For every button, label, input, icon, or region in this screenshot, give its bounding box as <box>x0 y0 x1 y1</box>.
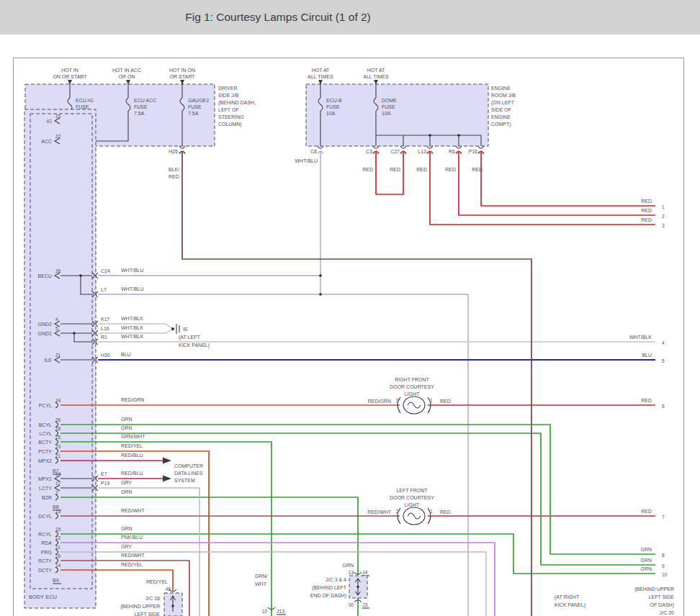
connector-label: L16 <box>101 326 109 331</box>
pin-number: 10 <box>262 609 268 614</box>
fuse-label: ECU-IG <box>76 98 94 103</box>
connector-label: J13 <box>277 609 284 614</box>
ground-location: (AT LEFT <box>179 335 200 340</box>
feed-label: HOT IN <box>61 68 78 73</box>
wire-red <box>376 152 655 516</box>
junction-dot <box>79 274 82 277</box>
pin-number: 5 <box>55 326 58 331</box>
wire-label: RED <box>641 398 652 403</box>
jb-location-label: ENGINE <box>491 114 511 119</box>
wire-label: BLU <box>642 353 652 358</box>
location-label: LEFT SIDE <box>649 594 675 599</box>
pin-name: DCYL <box>38 514 52 519</box>
lamp-filament-icon <box>398 508 431 524</box>
connector-label: C8 <box>310 149 317 154</box>
fuse-label: FUSE <box>76 104 89 109</box>
connector-icon <box>373 151 484 153</box>
jb-location-label: COLUMN) <box>218 122 242 127</box>
pin-name: BZR <box>42 495 52 500</box>
pin-number: 26 <box>55 268 61 273</box>
wire-label: RED/WHT <box>121 508 145 513</box>
fuse-label: 7.5A <box>188 111 199 116</box>
feed-label: ALL TIMES <box>363 74 389 79</box>
ground-dot <box>171 327 174 330</box>
junction-dot <box>428 134 431 137</box>
connector-label: J3 <box>362 602 368 607</box>
wire-label: WHT/BLK <box>121 316 143 321</box>
wire-label: RED <box>641 199 652 204</box>
edge-references: RED 1 RED 2 RED 3 WHT/BLK 4 BLU 5 RED 6 … <box>629 199 668 577</box>
fuse-label: ECU-B <box>326 98 342 103</box>
wire-label: RED <box>440 399 451 404</box>
pin-name: BCTY <box>38 440 52 445</box>
feed-label: HOT IN ACC <box>112 68 141 73</box>
wire-label: GRY <box>121 480 132 485</box>
connector-label: K17 <box>101 317 110 322</box>
wire-label: GRY <box>121 544 132 549</box>
edge-ref-number: 3 <box>662 223 665 228</box>
wires <box>60 152 655 616</box>
feed-label: HOT IN ON <box>169 68 195 73</box>
edge-ref-number: 4 <box>662 340 665 345</box>
wire-label: RED/YEL <box>121 443 143 448</box>
arrow-right-icon <box>163 458 171 482</box>
wire-label: RED <box>641 208 652 213</box>
fuse-label: FUSE <box>188 104 202 109</box>
fuse-label: DOME <box>382 98 397 103</box>
location-label: (BEHIND UPPER <box>634 586 674 592</box>
jb-location-label: LEFT OF <box>218 107 239 112</box>
fuse-label: 7.5A <box>134 111 145 116</box>
junction-jc34: GRN 13 J4 J/C 3 & 4 (BEHIND LEFT END OF … <box>310 563 369 608</box>
wire-label: WHT/BLU <box>121 268 144 273</box>
pin-name: GND2 <box>38 322 53 327</box>
connector-group-label: B9 <box>53 578 59 583</box>
wire-label: WHT <box>255 581 267 586</box>
ground-location: KICK PANEL) <box>179 343 210 348</box>
wire-label: RED/GRN <box>121 397 144 402</box>
edge-ref-number: 8 <box>662 553 665 558</box>
pin-name: MPX1 <box>38 476 52 481</box>
wire-label: RED <box>641 509 652 514</box>
location-label: OF DASH) <box>650 602 674 608</box>
junction-location: (BEHIND UPPER <box>120 604 160 610</box>
location-label: J/C 20 <box>660 610 674 615</box>
junction-dot <box>171 604 174 607</box>
pin-number: 15 <box>55 527 61 532</box>
wire-label: RED <box>169 174 179 179</box>
wire-label: RED <box>390 167 400 172</box>
wire-label: GRN/WHT <box>121 434 145 439</box>
light-label: LIGHT <box>405 391 420 397</box>
title-bar: Fig 1: Courtesy Lamps Circuit (1 of 2) <box>0 0 700 35</box>
pin-number: 13 <box>349 570 354 575</box>
junction-dot <box>319 274 322 277</box>
pin-name: IG <box>47 119 52 124</box>
pin-number: 23 <box>55 444 61 449</box>
right-front-courtesy-light: RIGHT FRONT DOOR COURTESY LIGHT RED/GRN … <box>368 377 451 414</box>
fuse-label: FUSE <box>326 104 340 109</box>
pin-number: 24 <box>55 398 61 403</box>
wire-label: WHT/BLU <box>295 158 318 163</box>
wire-label: WHT/BLK <box>121 334 143 339</box>
pin-number: 14 <box>55 563 61 568</box>
fuse-label: 10A <box>382 111 391 116</box>
pin-number: 17 <box>55 481 61 486</box>
wire-label: WHT/BLU <box>121 286 144 291</box>
pin-number: 21 <box>55 453 61 458</box>
computer-data-lines: COMPUTER DATA LINES SYSTEM <box>163 458 203 484</box>
pin-name: RDA <box>41 540 52 545</box>
bottom-location-labels: (AT RIGHT KICK PANEL) (BEHIND UPPER LEFT… <box>555 586 674 615</box>
junction-dot <box>356 586 359 588</box>
pin-number: 21 <box>55 353 61 358</box>
pin-name: LCTY <box>39 486 52 491</box>
location-label: KICK PANEL) <box>555 602 585 608</box>
pin-number: 1 <box>430 398 433 403</box>
fuse-label: 10A <box>326 111 336 116</box>
pin-name: LCYL <box>39 431 52 436</box>
pin-number: 1 <box>430 509 433 514</box>
connector-label: L7 <box>101 287 107 292</box>
junction-name: J/C 3 & 4 <box>326 577 346 582</box>
junction-location: (BEHIND LEFT <box>312 585 347 591</box>
junction-j13: GRN/ WHT 10 J13 <box>255 574 286 615</box>
wire-label: BLU <box>121 352 131 357</box>
feed-label: ALL TIMES <box>308 74 333 79</box>
